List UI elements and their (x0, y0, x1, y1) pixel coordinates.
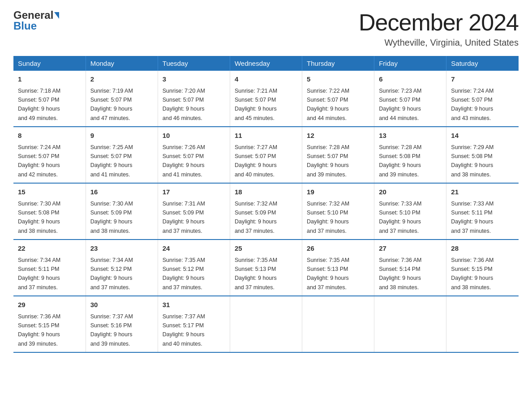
day-number: 5 (307, 74, 369, 85)
day-info: Sunrise: 7:23 AMSunset: 5:07 PMDaylight:… (379, 88, 421, 121)
day-info: Sunrise: 7:32 AMSunset: 5:10 PMDaylight:… (307, 201, 349, 234)
calendar-cell: 10 Sunrise: 7:26 AMSunset: 5:07 PMDaylig… (158, 127, 230, 183)
day-number: 10 (163, 131, 225, 141)
header-sunday: Sunday (13, 56, 86, 71)
day-number: 20 (379, 187, 442, 197)
header-friday: Friday (374, 56, 446, 71)
day-number: 15 (18, 187, 81, 197)
day-number: 19 (307, 187, 369, 197)
calendar-table: SundayMondayTuesdayWednesdayThursdayFrid… (13, 56, 519, 353)
calendar-cell: 24 Sunrise: 7:35 AMSunset: 5:12 PMDaylig… (158, 240, 230, 296)
header-saturday: Saturday (446, 56, 519, 71)
day-info: Sunrise: 7:35 AMSunset: 5:13 PMDaylight:… (235, 257, 277, 291)
day-number: 25 (235, 244, 297, 254)
header-tuesday: Tuesday (158, 56, 230, 71)
day-number: 24 (163, 244, 225, 254)
day-number: 9 (90, 131, 153, 141)
calendar-cell: 21 Sunrise: 7:33 AMSunset: 5:11 PMDaylig… (446, 183, 519, 240)
day-number: 26 (307, 244, 369, 254)
header-thursday: Thursday (302, 56, 374, 71)
calendar-cell: 5 Sunrise: 7:22 AMSunset: 5:07 PMDayligh… (302, 71, 374, 127)
calendar-cell: 8 Sunrise: 7:24 AMSunset: 5:07 PMDayligh… (13, 127, 86, 183)
day-number: 3 (163, 74, 225, 85)
day-info: Sunrise: 7:37 AMSunset: 5:17 PMDaylight:… (163, 313, 205, 347)
calendar-cell: 4 Sunrise: 7:21 AMSunset: 5:07 PMDayligh… (230, 71, 302, 127)
day-number: 4 (235, 74, 297, 85)
day-number: 14 (451, 131, 514, 141)
day-info: Sunrise: 7:27 AMSunset: 5:07 PMDaylight:… (235, 144, 277, 178)
day-info: Sunrise: 7:30 AMSunset: 5:09 PMDaylight:… (90, 201, 133, 234)
calendar-cell: 20 Sunrise: 7:33 AMSunset: 5:10 PMDaylig… (374, 183, 446, 240)
day-info: Sunrise: 7:21 AMSunset: 5:07 PMDaylight:… (235, 88, 277, 121)
calendar-cell: 26 Sunrise: 7:35 AMSunset: 5:13 PMDaylig… (302, 240, 374, 296)
day-info: Sunrise: 7:36 AMSunset: 5:15 PMDaylight:… (18, 313, 60, 347)
calendar-cell: 29 Sunrise: 7:36 AMSunset: 5:15 PMDaylig… (13, 296, 86, 352)
day-number: 17 (163, 187, 225, 197)
calendar-cell: 25 Sunrise: 7:35 AMSunset: 5:13 PMDaylig… (230, 240, 302, 296)
day-number: 11 (235, 131, 297, 141)
day-number: 1 (18, 74, 81, 85)
page-header: General Blue December 2024 Wytheville, V… (13, 9, 519, 48)
day-info: Sunrise: 7:34 AMSunset: 5:12 PMDaylight:… (90, 257, 133, 291)
calendar-cell (446, 296, 519, 352)
week-row-2: 8 Sunrise: 7:24 AMSunset: 5:07 PMDayligh… (13, 127, 519, 183)
header-monday: Monday (86, 56, 158, 71)
calendar-cell: 15 Sunrise: 7:30 AMSunset: 5:08 PMDaylig… (13, 183, 86, 240)
day-info: Sunrise: 7:29 AMSunset: 5:08 PMDaylight:… (451, 144, 493, 178)
day-info: Sunrise: 7:37 AMSunset: 5:16 PMDaylight:… (90, 313, 133, 347)
calendar-cell (374, 296, 446, 352)
week-row-1: 1 Sunrise: 7:18 AMSunset: 5:07 PMDayligh… (13, 71, 519, 127)
week-row-3: 15 Sunrise: 7:30 AMSunset: 5:08 PMDaylig… (13, 183, 519, 240)
day-number: 6 (379, 74, 442, 85)
day-number: 21 (451, 187, 514, 197)
calendar-cell: 14 Sunrise: 7:29 AMSunset: 5:08 PMDaylig… (446, 127, 519, 183)
day-number: 23 (90, 244, 153, 254)
day-info: Sunrise: 7:36 AMSunset: 5:15 PMDaylight:… (451, 257, 493, 291)
header-wednesday: Wednesday (230, 56, 302, 71)
calendar-cell: 6 Sunrise: 7:23 AMSunset: 5:07 PMDayligh… (374, 71, 446, 127)
calendar-cell (302, 296, 374, 352)
day-info: Sunrise: 7:35 AMSunset: 5:13 PMDaylight:… (307, 257, 349, 291)
calendar-cell: 16 Sunrise: 7:30 AMSunset: 5:09 PMDaylig… (86, 183, 158, 240)
calendar-cell: 3 Sunrise: 7:20 AMSunset: 5:07 PMDayligh… (158, 71, 230, 127)
day-info: Sunrise: 7:26 AMSunset: 5:07 PMDaylight:… (163, 144, 205, 178)
day-info: Sunrise: 7:32 AMSunset: 5:09 PMDaylight:… (235, 201, 277, 234)
title-block: December 2024 Wytheville, Virginia, Unit… (359, 9, 519, 48)
week-row-5: 29 Sunrise: 7:36 AMSunset: 5:15 PMDaylig… (13, 296, 519, 352)
calendar-cell: 13 Sunrise: 7:28 AMSunset: 5:08 PMDaylig… (374, 127, 446, 183)
calendar-cell: 27 Sunrise: 7:36 AMSunset: 5:14 PMDaylig… (374, 240, 446, 296)
day-number: 7 (451, 74, 514, 85)
calendar-cell: 22 Sunrise: 7:34 AMSunset: 5:11 PMDaylig… (13, 240, 86, 296)
page-title: December 2024 (359, 9, 519, 36)
day-number: 18 (235, 187, 297, 197)
calendar-cell: 23 Sunrise: 7:34 AMSunset: 5:12 PMDaylig… (86, 240, 158, 296)
calendar-cell: 9 Sunrise: 7:25 AMSunset: 5:07 PMDayligh… (86, 127, 158, 183)
day-number: 31 (163, 300, 225, 310)
logo: General Blue (13, 9, 59, 32)
header-row: SundayMondayTuesdayWednesdayThursdayFrid… (13, 56, 519, 71)
day-info: Sunrise: 7:22 AMSunset: 5:07 PMDaylight:… (307, 88, 349, 121)
day-info: Sunrise: 7:33 AMSunset: 5:11 PMDaylight:… (451, 201, 493, 234)
calendar-cell: 1 Sunrise: 7:18 AMSunset: 5:07 PMDayligh… (13, 71, 86, 127)
page-subtitle: Wytheville, Virginia, United States (359, 38, 519, 48)
day-number: 27 (379, 244, 442, 254)
day-info: Sunrise: 7:24 AMSunset: 5:07 PMDaylight:… (18, 144, 60, 178)
logo-arrow-icon (54, 12, 59, 19)
day-number: 12 (307, 131, 369, 141)
calendar-cell: 30 Sunrise: 7:37 AMSunset: 5:16 PMDaylig… (86, 296, 158, 352)
calendar-cell: 2 Sunrise: 7:19 AMSunset: 5:07 PMDayligh… (86, 71, 158, 127)
calendar-cell: 18 Sunrise: 7:32 AMSunset: 5:09 PMDaylig… (230, 183, 302, 240)
day-info: Sunrise: 7:28 AMSunset: 5:08 PMDaylight:… (379, 144, 421, 178)
day-info: Sunrise: 7:31 AMSunset: 5:09 PMDaylight:… (163, 201, 205, 234)
day-info: Sunrise: 7:30 AMSunset: 5:08 PMDaylight:… (18, 201, 60, 234)
week-row-4: 22 Sunrise: 7:34 AMSunset: 5:11 PMDaylig… (13, 240, 519, 296)
day-info: Sunrise: 7:19 AMSunset: 5:07 PMDaylight:… (90, 88, 133, 121)
day-number: 8 (18, 131, 81, 141)
day-info: Sunrise: 7:33 AMSunset: 5:10 PMDaylight:… (379, 201, 421, 234)
day-number: 28 (451, 244, 514, 254)
calendar-cell: 11 Sunrise: 7:27 AMSunset: 5:07 PMDaylig… (230, 127, 302, 183)
logo-blue-text: Blue (13, 20, 37, 32)
calendar-cell: 12 Sunrise: 7:28 AMSunset: 5:07 PMDaylig… (302, 127, 374, 183)
calendar-cell: 7 Sunrise: 7:24 AMSunset: 5:07 PMDayligh… (446, 71, 519, 127)
day-number: 16 (90, 187, 153, 197)
